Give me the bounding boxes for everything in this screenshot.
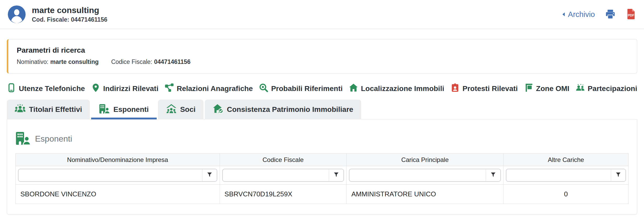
filter-menu-button-codice-fiscale[interactable] <box>329 169 343 181</box>
nav-item-utenze-telefoniche[interactable]: Utenze Telefoniche <box>7 83 85 94</box>
tab-label: Soci <box>180 105 196 114</box>
filter-input-nominativo[interactable] <box>19 169 202 181</box>
table-filter-row <box>16 166 629 185</box>
cell-carica-principale: AMMINISTRATORE UNICO <box>347 185 504 204</box>
column-header-carica-principale: Carica Principale <box>347 154 504 166</box>
column-header-nominativo: Nominativo/Denominazione Impresa <box>16 154 220 166</box>
tab-titolari-effettivi[interactable]: Titolari Effettivi <box>7 100 90 119</box>
param-nominativo-label: Nominativo: <box>17 58 48 65</box>
table-row: SBORDONE VINCENZO SBRVCN70D19L259X AMMIN… <box>16 185 629 204</box>
printer-icon <box>605 9 616 20</box>
search-parameters-values: Nominativo:marte consulting Codice Fisca… <box>17 58 629 65</box>
nav-item-protesti-rilevati[interactable]: Protesti Rilevati <box>450 83 518 94</box>
nav-item-label: Protesti Rilevati <box>462 84 518 93</box>
nav-item-localizzazione-immobili[interactable]: Localizzazione Immobili <box>349 83 444 94</box>
caret-left-icon <box>561 11 567 17</box>
archivio-link[interactable]: Archivio <box>561 10 595 19</box>
nav-item-label: Zone OMI <box>536 84 570 93</box>
funnel-icon <box>615 172 621 179</box>
export-pdf-button[interactable]: PDF <box>626 8 636 21</box>
building-user-icon <box>99 104 110 116</box>
nav-item-label: Partecipazioni <box>588 84 637 93</box>
filter-control-altre-cariche <box>506 169 626 182</box>
filter-control-codice-fiscale <box>222 169 344 182</box>
nav-item-indirizzi-rilevati[interactable]: Indirizzi Rilevati <box>91 83 159 94</box>
id-badge-icon <box>450 83 460 94</box>
pdf-badge-text: PDF <box>628 14 635 17</box>
nav-item-relazioni-anagrafiche[interactable]: Relazioni Anagrafiche <box>165 83 253 94</box>
param-codice-fiscale: Codice Fiscale:04471461156 <box>111 58 191 65</box>
nav-item-probabili-riferimenti[interactable]: Probabili Riferimenti <box>259 83 343 94</box>
section-header: Esponenti <box>7 119 637 153</box>
fiscal-code-subtitle: Cod. Fiscale: 04471461156 <box>32 16 107 23</box>
esponenti-panel: Esponenti Nominativo/Denominazione Impre… <box>7 119 637 215</box>
people-group-icon <box>15 104 26 116</box>
main-content: Parametri di ricerca Nominativo:marte co… <box>0 39 644 215</box>
tab-esponenti[interactable]: Esponenti <box>91 100 156 119</box>
cell-nominativo: SBORDONE VINCENZO <box>16 185 220 204</box>
funnel-icon <box>333 172 339 179</box>
nav-links-row: Utenze Telefoniche Indirizzi Rilevati Re… <box>7 80 637 97</box>
funnel-icon <box>207 172 213 179</box>
param-nominativo-value: marte consulting <box>50 58 98 65</box>
nav-item-zone-omi[interactable]: Zone OMI <box>524 83 570 94</box>
building-user-icon <box>15 131 31 146</box>
tab-soci[interactable]: Soci <box>158 100 203 119</box>
nav-item-label: Utenze Telefoniche <box>19 84 85 93</box>
section-title: Esponenti <box>35 134 72 144</box>
param-nominativo: Nominativo:marte consulting <box>17 58 99 65</box>
nav-item-label: Probabili Riferimenti <box>271 84 343 93</box>
filter-menu-button-altre-cariche[interactable] <box>611 169 625 181</box>
print-button[interactable] <box>605 9 616 20</box>
company-avatar-icon <box>8 5 26 23</box>
house-check-icon <box>213 104 224 116</box>
param-codice-fiscale-label: Codice Fiscale: <box>111 58 152 65</box>
mobile-phone-icon <box>7 83 16 94</box>
house-users-icon <box>166 104 177 116</box>
filter-menu-button-nominativo[interactable] <box>202 169 217 181</box>
app-header: marte consulting Cod. Fiscale: 044714611… <box>0 0 644 29</box>
table-header-row: Nominativo/Denominazione Impresa Codice … <box>16 154 629 166</box>
header-title-block: marte consulting Cod. Fiscale: 044714611… <box>32 5 107 23</box>
tab-label: Esponenti <box>113 105 149 114</box>
pdf-file-icon: PDF <box>626 8 636 21</box>
map-pin-icon <box>91 83 100 94</box>
tab-consistenza-patrimonio-immobiliare[interactable]: Consistenza Patrimonio Immobiliare <box>205 100 361 119</box>
column-header-altre-cariche: Altre Cariche <box>504 154 629 166</box>
tab-bar: Titolari Effettivi Esponenti Soci Consis… <box>7 100 637 119</box>
filter-input-carica-principale[interactable] <box>349 169 486 181</box>
filter-input-codice-fiscale[interactable] <box>223 169 329 181</box>
tab-label: Consistenza Patrimonio Immobiliare <box>227 105 353 114</box>
house-icon <box>349 83 358 94</box>
search-location-icon <box>259 83 268 94</box>
tab-label: Titolari Effettivi <box>29 105 82 114</box>
esponenti-table: Nominativo/Denominazione Impresa Codice … <box>15 153 629 204</box>
cell-altre-cariche: 0 <box>504 185 629 204</box>
nav-item-label: Relazioni Anagrafiche <box>177 84 253 93</box>
nav-item-label: Indirizzi Rilevati <box>103 84 159 93</box>
nav-item-label: Localizzazione Immobili <box>361 84 444 93</box>
map-sign-icon <box>524 83 533 94</box>
param-codice-fiscale-value: 04471461156 <box>154 58 190 65</box>
filter-control-carica-principale <box>349 169 501 182</box>
page-title: marte consulting <box>32 5 107 15</box>
filter-menu-button-carica-principale[interactable] <box>486 169 500 181</box>
filter-control-nominativo <box>18 169 217 182</box>
nav-item-partecipazioni[interactable]: Partecipazioni <box>576 83 637 94</box>
users-icon <box>576 83 585 94</box>
cell-codice-fiscale: SBRVCN70D19L259X <box>220 185 347 204</box>
funnel-icon <box>490 172 496 179</box>
header-actions: Archivio PDF <box>561 8 636 21</box>
network-nodes-icon <box>165 83 174 94</box>
search-parameters-card: Parametri di ricerca Nominativo:marte co… <box>7 39 637 74</box>
search-parameters-title: Parametri di ricerca <box>17 46 629 54</box>
archivio-label: Archivio <box>568 10 595 19</box>
column-header-codice-fiscale: Codice Fiscale <box>220 154 347 166</box>
filter-input-altre-cariche[interactable] <box>506 169 611 181</box>
